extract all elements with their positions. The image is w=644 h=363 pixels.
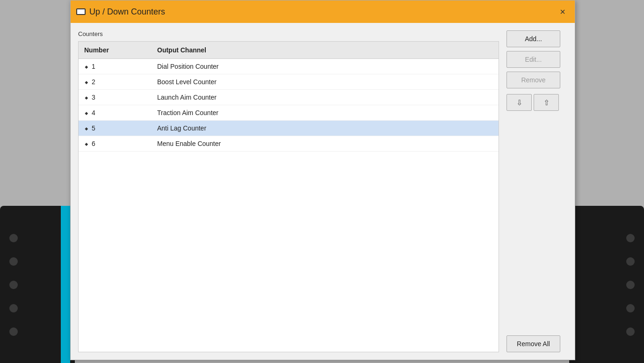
spacer	[507, 115, 567, 332]
row-4-channel: Traction Aim Counter	[153, 107, 499, 118]
row-4-num: 4	[92, 109, 95, 116]
dot	[9, 304, 18, 312]
row-6-channel: Menu Enable Counter	[153, 138, 499, 149]
row-5-num-cell: ⬥ 5	[79, 123, 153, 134]
device-right	[569, 206, 644, 363]
right-panel: Add... Edit... Remove ⇩ ⇧ Remove All	[507, 30, 567, 352]
col-number-header: Number	[79, 44, 153, 56]
row-3-channel: Launch Aim Counter	[153, 92, 499, 103]
updown-icon: ⬥	[84, 78, 89, 86]
updown-icon: ⬥	[84, 94, 89, 101]
updown-icon: ⬥	[84, 124, 89, 132]
table-header: Number Output Channel	[79, 42, 499, 59]
title-bar-left: Up / Down Counters	[76, 7, 165, 17]
row-1-channel: Dial Position Counter	[153, 61, 499, 72]
dialog-body: Counters Number Output Channel ⬥ 1 Dial …	[71, 23, 575, 360]
move-up-button[interactable]: ⇧	[534, 94, 559, 111]
row-5-num: 5	[92, 124, 95, 132]
table-row[interactable]: ⬥ 1 Dial Position Counter	[79, 59, 499, 74]
table-row[interactable]: ⬥ 2 Boost Level Counter	[79, 74, 499, 90]
row-3-num: 3	[92, 94, 95, 101]
col-channel-header: Output Channel	[153, 44, 499, 56]
edit-button[interactable]: Edit...	[507, 51, 560, 68]
row-2-channel: Boost Level Counter	[153, 76, 499, 87]
row-4-num-cell: ⬥ 4	[79, 107, 153, 118]
dot	[626, 257, 635, 266]
row-1-num: 1	[92, 63, 95, 70]
dot	[626, 281, 635, 289]
counters-label: Counters	[78, 30, 499, 37]
dot	[9, 327, 18, 336]
device-left-accent	[61, 206, 70, 363]
dot	[9, 281, 18, 289]
remove-all-button[interactable]: Remove All	[507, 335, 560, 352]
remove-button[interactable]: Remove	[507, 72, 560, 88]
monitor-icon	[76, 8, 86, 15]
row-5-channel: Anti Lag Counter	[153, 123, 499, 134]
table-row[interactable]: ⬥ 6 Menu Enable Counter	[79, 136, 499, 152]
row-3-num-cell: ⬥ 3	[79, 92, 153, 103]
row-1-num-cell: ⬥ 1	[79, 61, 153, 72]
table-row[interactable]: ⬥ 5 Anti Lag Counter	[79, 121, 499, 136]
dot	[626, 234, 635, 242]
dialog-title: Up / Down Counters	[89, 7, 165, 17]
close-button[interactable]: ×	[556, 5, 569, 18]
row-2-num: 2	[92, 78, 95, 86]
title-bar: Up / Down Counters ×	[71, 0, 575, 23]
updown-icon: ⬥	[84, 63, 89, 70]
table-row[interactable]: ⬥ 3 Launch Aim Counter	[79, 90, 499, 105]
left-panel: Counters Number Output Channel ⬥ 1 Dial …	[78, 30, 499, 352]
dot	[9, 257, 18, 266]
table-row[interactable]: ⬥ 4 Traction Aim Counter	[79, 105, 499, 121]
row-6-num: 6	[92, 140, 95, 147]
counters-table: Number Output Channel ⬥ 1 Dial Position …	[78, 41, 499, 352]
move-buttons-group: ⇩ ⇧	[507, 94, 567, 111]
dot	[9, 234, 18, 242]
dot	[626, 304, 635, 312]
add-button[interactable]: Add...	[507, 30, 560, 47]
dialog-window: Up / Down Counters × Counters Number Out…	[70, 0, 575, 360]
updown-icon: ⬥	[84, 109, 89, 116]
row-6-num-cell: ⬥ 6	[79, 138, 153, 149]
row-2-num-cell: ⬥ 2	[79, 76, 153, 87]
move-down-button[interactable]: ⇩	[507, 94, 532, 111]
dot	[626, 327, 635, 336]
updown-icon: ⬥	[84, 140, 89, 147]
